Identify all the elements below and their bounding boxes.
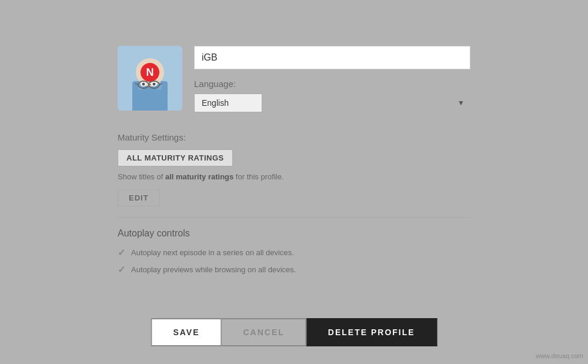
maturity-description: Show titles of all maturity ratings for … <box>118 172 470 181</box>
maturity-desc-prefix: Show titles of <box>118 172 165 181</box>
autoplay-text-1: Autoplay next episode in a series on all… <box>131 248 294 257</box>
checkmark-icon-2: ✓ <box>118 264 125 275</box>
language-select[interactable]: English Spanish French German Portuguese <box>194 93 262 112</box>
cancel-button[interactable]: CANCEL <box>222 318 306 346</box>
avatar[interactable]: N <box>118 46 182 111</box>
maturity-section: Maturity Settings: ALL MATURITY RATINGS … <box>118 132 470 206</box>
language-select-wrapper: English Spanish French German Portuguese… <box>194 93 470 112</box>
maturity-desc-suffix: for this profile. <box>233 172 283 181</box>
edit-button[interactable]: EDIT <box>118 189 160 206</box>
svg-point-14 <box>142 83 145 86</box>
page-container: Edit Profile N <box>0 0 588 364</box>
autoplay-section: Autoplay controls ✓ Autoplay next episod… <box>118 228 470 281</box>
maturity-badge[interactable]: ALL MATURITY RATINGS <box>118 149 233 166</box>
divider <box>118 217 470 218</box>
form-fields: Language: English Spanish French German … <box>194 46 470 124</box>
language-select-arrow-icon: ▼ <box>457 99 465 107</box>
avatar-section: N <box>118 46 182 124</box>
profile-name-input[interactable] <box>194 46 470 69</box>
save-button[interactable]: SAVE <box>151 318 222 346</box>
autoplay-item-2: ✓ Autoplay previews while browsing on al… <box>118 264 470 275</box>
maturity-desc-bold: all maturity ratings <box>165 172 233 181</box>
watermark: www.deuaq.com <box>536 352 583 359</box>
delete-profile-button[interactable]: DELETE PROFILE <box>307 318 437 346</box>
page-title-area: Edit Profile <box>118 6 470 34</box>
svg-text:N: N <box>146 66 154 78</box>
checkmark-icon-1: ✓ <box>118 247 125 258</box>
form-container: N Language: <box>118 46 470 124</box>
svg-point-15 <box>153 83 156 86</box>
autoplay-title: Autoplay controls <box>118 228 470 239</box>
bottom-buttons: SAVE CANCEL DELETE PROFILE <box>151 318 437 346</box>
maturity-label: Maturity Settings: <box>118 132 470 142</box>
language-label: Language: <box>194 79 470 89</box>
autoplay-text-2: Autoplay previews while browsing on all … <box>131 265 296 274</box>
autoplay-item-1: ✓ Autoplay next episode in a series on a… <box>118 247 470 258</box>
